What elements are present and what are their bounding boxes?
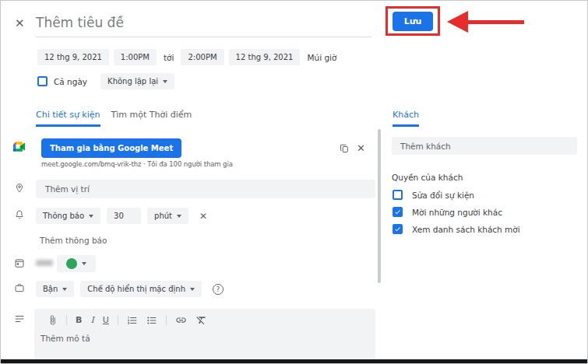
calendar-color-dropdown[interactable] [57,255,96,272]
chevron-down-icon [82,262,86,265]
all-day-label: Cả ngày [54,77,87,86]
calendar-icon [14,257,25,268]
notification-unit-dropdown[interactable]: phút [147,208,188,224]
chevron-down-icon [89,215,93,218]
remove-meet-icon[interactable]: ✕ [357,142,365,154]
visibility-mode-dropdown[interactable]: Chế độ hiển thị mặc định [80,281,202,297]
add-guests-placeholder: Thêm khách [392,142,451,151]
help-icon[interactable]: ? [213,284,224,295]
annotation-arrow-head [447,11,468,33]
chevron-down-icon [177,215,181,218]
end-time-chip[interactable]: 2:00PM [181,49,224,65]
underline-button[interactable]: U [103,315,109,325]
location-pin-icon [14,182,25,194]
title-underline [36,37,371,37]
bold-button[interactable]: B [76,315,82,325]
visibility-mode-value: Chế độ hiển thị mặc định [87,285,185,293]
link-icon[interactable] [175,314,187,326]
attach-icon[interactable] [48,314,58,326]
remove-notification-icon[interactable]: ✕ [199,211,207,222]
calendar-color-dot [66,258,77,269]
description-area[interactable]: B I U [34,309,375,360]
calendar-owner-name-blurred [36,260,53,266]
toolbar-separator [118,315,118,325]
description-placeholder: Thêm mô tả [40,334,375,343]
notification-type-value: Thông báo [43,212,84,220]
chevron-down-icon [62,288,67,291]
chevron-down-icon [163,80,167,83]
annotation-highlight-box: Lưu [386,6,440,36]
location-placeholder: Thêm vị trí [36,184,90,194]
clear-format-icon[interactable] [195,314,207,326]
add-notification-link[interactable]: Thêm thông báo [40,236,107,245]
busy-value: Bận [43,285,58,293]
busy-dropdown[interactable]: Bận [36,281,74,297]
notification-unit-value: phút [154,212,172,220]
recurrence-dropdown[interactable]: Không lặp lại [100,73,174,89]
all-day-row: Cả ngày Không lặp lại [37,73,174,89]
end-date-chip[interactable]: 12 thg 9, 2021 [229,49,301,65]
datetime-row: 12 thg 9, 2021 1:00PM tới 2:00PM 12 thg … [37,49,339,65]
tab-find-time[interactable]: Tìm một Thời điểm [111,110,192,127]
event-title-input[interactable]: Thêm tiêu đề [36,15,124,30]
tab-event-details[interactable]: Chi tiết sự kiện [36,110,100,127]
permission-checkbox-see-list[interactable] [393,224,403,234]
permission-checkbox-modify[interactable] [393,190,403,200]
notification-type-dropdown[interactable]: Thông báo [36,208,100,224]
location-input[interactable]: Thêm vị trí [36,180,375,198]
google-meet-icon [13,142,25,152]
annotation-arrow-line [467,20,524,24]
permission-row: Xem danh sách khách mời [393,224,520,234]
formatting-toolbar: B I U [34,309,375,326]
chevron-down-icon [190,288,195,291]
copy-icon[interactable] [340,143,349,154]
start-date-chip[interactable]: 12 thg 9, 2021 [37,49,109,65]
bulleted-list-icon[interactable] [146,315,157,326]
notification-minutes-input[interactable]: 30 [107,208,141,224]
briefcase-icon [14,282,25,293]
guest-permissions-list: Sửa đổi sự kiện Mời những người khác Xem… [393,190,520,234]
join-meet-button[interactable]: Tham gia bằng Google Meet [41,138,181,158]
description-icon [14,314,25,324]
permission-label: Xem danh sách khách mời [412,225,520,234]
screenshot-bottom-edge [1,359,587,363]
all-day-checkbox[interactable] [37,76,48,86]
close-icon[interactable]: ✕ [15,16,25,30]
meet-link-info: meet.google.com/bmq-vrik-thz · Tối đa 10… [41,160,233,168]
add-guests-input[interactable]: Thêm khách [392,137,577,155]
bell-icon [14,208,25,221]
toolbar-separator [166,315,167,325]
notification-row: Thông báo 30 phút ✕ [36,208,207,224]
event-editor-window: ✕ Thêm tiêu đề Lưu 12 thg 9, 2021 1:00PM… [0,0,588,364]
to-label: tới [164,53,174,62]
guest-permissions-title: Quyền của khách [392,173,463,182]
permission-label: Mời những người khác [412,208,502,217]
recurrence-value: Không lặp lại [107,77,158,86]
scrollbar-thumb[interactable] [378,129,381,283]
numbered-list-icon[interactable] [127,315,138,326]
permission-label: Sửa đổi sự kiện [412,191,474,200]
save-button[interactable]: Lưu [393,12,433,31]
start-time-chip[interactable]: 1:00PM [114,49,157,65]
toolbar-separator [66,315,67,325]
visibility-row: Bận Chế độ hiển thị mặc định ? [36,281,224,297]
timezone-button[interactable]: Múi giờ [307,53,336,62]
permission-row: Sửa đổi sự kiện [393,190,520,200]
left-tabs: Chi tiết sự kiện Tìm một Thời điểm [36,110,192,127]
italic-button[interactable]: I [90,315,93,325]
permission-row: Mời những người khác [393,207,520,217]
permission-checkbox-invite[interactable] [393,207,403,217]
tab-guests[interactable]: Khách [393,110,419,127]
